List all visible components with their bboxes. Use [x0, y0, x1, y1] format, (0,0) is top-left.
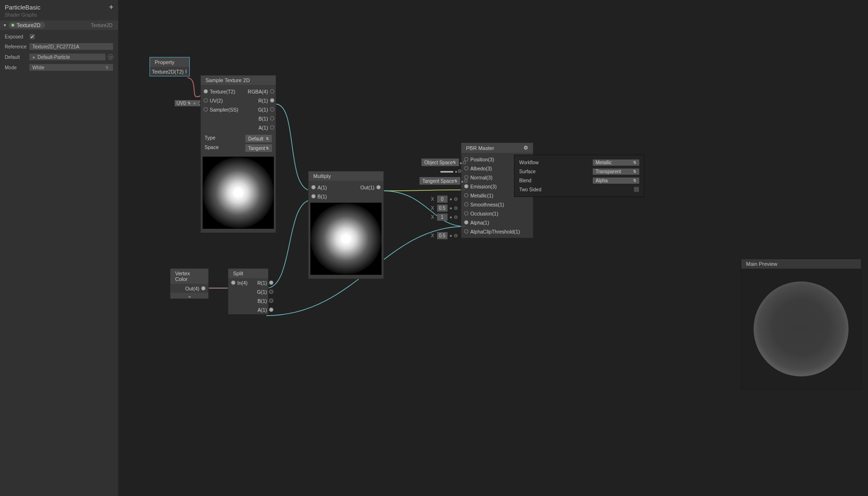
- exposed-checkbox[interactable]: ✔: [29, 33, 36, 40]
- property-node[interactable]: Property Texture2D(T2): [149, 57, 190, 76]
- add-property-button[interactable]: +: [109, 3, 113, 11]
- surface-dropdown[interactable]: Transparent⇅: [593, 168, 639, 175]
- workflow-dropdown[interactable]: Metallic⇅: [593, 159, 639, 166]
- default-texture-field[interactable]: ● Default-Particle: [29, 53, 106, 61]
- expand-toggle[interactable]: ⌄: [170, 293, 208, 299]
- main-preview-panel[interactable]: Main Preview: [741, 259, 861, 390]
- albedo-default-port[interactable]: [454, 168, 461, 174]
- mode-dropdown[interactable]: White ⇅: [29, 64, 113, 71]
- port-texture-in[interactable]: Texture(T2): [201, 87, 243, 96]
- exposed-label: Exposed: [5, 34, 26, 39]
- port-mult-out[interactable]: Out(1): [346, 183, 383, 192]
- port-split-a[interactable]: A(1): [252, 305, 276, 314]
- exposed-row: Exposed ✔: [0, 32, 118, 41]
- uv-default-chip[interactable]: UV0⇅: [175, 100, 204, 106]
- occlusion-x-field[interactable]: X1: [431, 214, 457, 221]
- port-r-out[interactable]: R(1): [243, 96, 277, 105]
- port-vcolor-out[interactable]: Out(4): [170, 284, 208, 293]
- vertex-color-header[interactable]: Vertex Color: [170, 269, 208, 284]
- surface-row: Surface Transparent⇅: [519, 167, 639, 176]
- port-split-g[interactable]: G(1): [252, 287, 276, 296]
- alphaclip-x-field[interactable]: X0.5: [431, 232, 457, 239]
- space-dropdown[interactable]: Tangent⇅: [245, 144, 272, 152]
- type-label: Type: [205, 135, 215, 142]
- sample-texture-node[interactable]: Sample Texture 2D Texture(T2) UV(2) Samp…: [200, 75, 276, 233]
- collapse-icon[interactable]: ▾: [4, 23, 6, 28]
- graph-canvas[interactable]: Property Texture2D(T2) UV0⇅ Sample Textu…: [119, 0, 868, 496]
- port-b-out[interactable]: B(1): [243, 114, 277, 123]
- exposed-dot-icon: [11, 24, 14, 27]
- gear-icon[interactable]: ⚙: [523, 145, 528, 151]
- twosided-row: Two Sided: [519, 185, 639, 194]
- port-uv-in[interactable]: UV(2): [201, 96, 243, 105]
- metallic-x-field[interactable]: X0: [431, 196, 457, 203]
- main-preview-title[interactable]: Main Preview: [741, 259, 861, 269]
- property-name: Texture2D: [17, 22, 40, 28]
- port-split-in[interactable]: In(4): [228, 278, 252, 287]
- space-label: Space: [205, 144, 219, 152]
- property-node-header[interactable]: Property: [150, 57, 189, 67]
- vertex-color-node[interactable]: Vertex Color Out(4) ⌄: [170, 268, 209, 299]
- port-alpha[interactable]: Alpha(1): [461, 218, 533, 227]
- multiply-header[interactable]: Multiply: [308, 171, 383, 181]
- reference-label: Reference: [5, 44, 26, 49]
- default-label: Default: [5, 55, 26, 60]
- multiply-node[interactable]: Multiply A(1) B(1) Out(1): [308, 171, 384, 279]
- port-a-out[interactable]: A(1): [243, 123, 277, 132]
- blackboard-header: ParticleBasic +: [0, 0, 118, 12]
- mode-label: Mode: [5, 65, 26, 70]
- split-node[interactable]: Split In(4) R(1) G(1) B(1) A(1): [228, 268, 269, 315]
- mode-row: Mode White ⇅: [0, 62, 118, 73]
- port-occlusion[interactable]: Occlusion(1): [461, 209, 533, 218]
- port-split-b[interactable]: B(1): [252, 296, 276, 305]
- port-sampler-in[interactable]: Sampler(SS): [201, 105, 243, 114]
- blend-row: Blend Alpha⇅: [519, 176, 639, 185]
- object-picker-button[interactable]: ⊙: [108, 54, 113, 60]
- sample-preview: [203, 157, 274, 229]
- edge-layer: [119, 0, 868, 496]
- main-preview-viewport[interactable]: [741, 269, 861, 389]
- blackboard-panel: ParticleBasic + Shader Graphs ▾ Texture2…: [0, 0, 119, 496]
- normal-space-chip[interactable]: Tangent Space⇅: [420, 177, 467, 185]
- graph-path: Shader Graphs: [0, 12, 118, 20]
- port-rgba-out[interactable]: RGBA(4): [243, 87, 277, 96]
- port-split-r[interactable]: R(1): [252, 278, 276, 287]
- property-type-label: Texture2D: [91, 23, 112, 28]
- preview-sphere: [754, 281, 849, 376]
- blend-dropdown[interactable]: Alpha⇅: [593, 178, 639, 184]
- type-dropdown[interactable]: Default⇅: [245, 135, 272, 142]
- workflow-row: Workflow Metallic⇅: [519, 158, 639, 167]
- reference-input[interactable]: Texture2D_FC27721A: [29, 43, 113, 50]
- port-g-out[interactable]: G(1): [243, 105, 277, 114]
- port-mult-b[interactable]: B(1): [308, 192, 346, 201]
- default-row: Default ● Default-Particle ⊙: [0, 52, 118, 62]
- port-alphaclip[interactable]: AlphaClipThreshold(1): [461, 227, 533, 236]
- split-header[interactable]: Split: [228, 269, 268, 278]
- property-pill[interactable]: Texture2D: [9, 22, 45, 28]
- pbr-master-header[interactable]: PBR Master ⚙: [461, 143, 533, 153]
- twosided-checkbox[interactable]: [634, 187, 639, 192]
- property-out-port[interactable]: Texture2D(T2): [150, 67, 189, 76]
- reference-row: Reference Texture2D_FC27721A: [0, 41, 118, 52]
- property-item[interactable]: ▾ Texture2D Texture2D: [0, 20, 118, 30]
- port-mult-a[interactable]: A(1): [308, 183, 346, 192]
- sample-texture-header[interactable]: Sample Texture 2D: [201, 75, 276, 85]
- pbr-settings-popout: Workflow Metallic⇅ Surface Transparent⇅ …: [514, 155, 644, 197]
- graph-name: ParticleBasic: [5, 4, 40, 11]
- port-smoothness[interactable]: Smoothness(1): [461, 200, 533, 209]
- position-space-chip[interactable]: Object Space⇅: [421, 159, 466, 166]
- smoothness-x-field[interactable]: X0.5: [431, 205, 457, 212]
- multiply-preview: [310, 203, 382, 275]
